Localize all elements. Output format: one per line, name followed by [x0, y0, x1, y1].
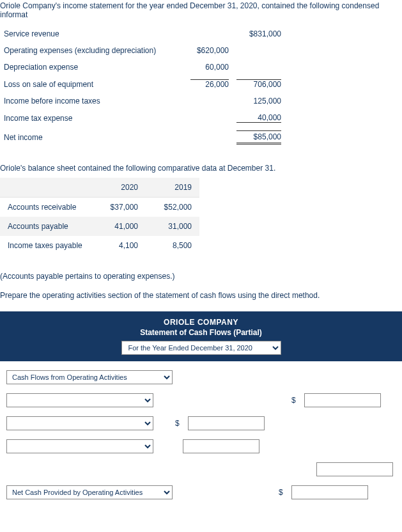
row-label: Depreciation expense — [0, 59, 187, 75]
row-col1 — [187, 109, 233, 127]
note-text: (Accounts payable pertains to operating … — [0, 272, 402, 281]
row-label: Service revenue — [0, 26, 187, 42]
balance-row-2020: $37,000 — [92, 198, 146, 217]
amount-input-3-inner[interactable] — [183, 439, 259, 453]
balance-intro-text: Oriole's balance sheet contained the fol… — [0, 164, 402, 173]
row-col2 — [233, 59, 285, 75]
row-col2: $85,000 — [236, 130, 281, 145]
company-name: ORIOLE COMPANY — [0, 318, 402, 327]
row-col2: 125,000 — [233, 93, 285, 109]
row-col1 — [187, 127, 233, 148]
row-col2: 40,000 — [236, 113, 281, 123]
balance-row-label: Income taxes payable — [0, 236, 92, 255]
year-header-2020: 2020 — [92, 178, 146, 198]
net-cash-total-input[interactable] — [291, 485, 368, 499]
section-heading-select[interactable]: Cash Flows from Operating Activities — [6, 370, 173, 384]
balance-row-2019: 31,000 — [146, 217, 199, 236]
balance-row-2019: $52,000 — [146, 198, 199, 217]
cash-flow-form: Cash Flows from Operating Activities $ $ — [0, 361, 402, 499]
row-col1: $620,000 — [187, 42, 233, 59]
row-label: Income before income taxes — [0, 93, 187, 109]
amount-input-subtotal-outer[interactable] — [316, 462, 393, 476]
row-col1 — [187, 26, 233, 42]
balance-sheet-table: 2020 2019 Accounts receivable $37,000 $5… — [0, 178, 199, 255]
row-col2: $831,000 — [233, 26, 285, 42]
dollar-sign: $ — [291, 396, 299, 405]
year-header-2019: 2019 — [146, 178, 199, 198]
income-statement-table: Service revenue $831,000 Operating expen… — [0, 26, 285, 148]
amount-input-2-inner[interactable] — [188, 416, 265, 430]
balance-row-2020: 4,100 — [92, 236, 146, 255]
row-col1: 60,000 — [187, 59, 233, 75]
statement-title: Statement of Cash Flows (Partial) — [0, 328, 402, 337]
row-label: Operating expenses (excluding depreciati… — [0, 42, 187, 59]
balance-row-label: Accounts payable — [0, 217, 92, 236]
row-col2: 706,000 — [236, 79, 281, 89]
dollar-sign: $ — [175, 419, 183, 428]
cash-flow-section: ORIOLE COMPANY Statement of Cash Flows (… — [0, 311, 402, 499]
balance-row-2020: 41,000 — [92, 217, 146, 236]
period-select[interactable]: For the Year Ended December 31, 2020 — [121, 341, 281, 355]
line-item-select-3[interactable] — [6, 439, 153, 453]
instruction-text: Prepare the operating activities section… — [0, 291, 402, 300]
amount-input-1-outer[interactable] — [304, 393, 381, 407]
cash-flow-header: ORIOLE COMPANY Statement of Cash Flows (… — [0, 311, 402, 361]
row-label: Loss on sale of equipment — [0, 75, 187, 93]
row-label: Net income — [0, 127, 187, 148]
balance-row-label: Accounts receivable — [0, 198, 92, 217]
row-col1 — [187, 93, 233, 109]
row-col2 — [233, 42, 285, 59]
line-item-select-2[interactable] — [6, 416, 153, 430]
balance-row-2019: 8,500 — [146, 236, 199, 255]
row-label: Income tax expense — [0, 109, 187, 127]
net-cash-select[interactable]: Net Cash Provided by Operating Activitie… — [6, 485, 173, 499]
blank-header — [0, 178, 92, 198]
row-col1: 26,000 — [190, 79, 229, 89]
line-item-select-1[interactable] — [6, 393, 153, 407]
intro-text: Oriole Company's income statement for th… — [0, 0, 402, 26]
dollar-sign: $ — [279, 488, 286, 497]
